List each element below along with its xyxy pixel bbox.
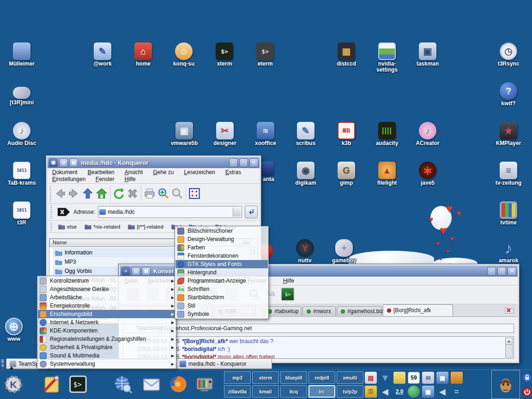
menu-item-kde-komponenten[interactable]: KDE-Komponenten	[38, 326, 175, 335]
sticky-button[interactable]	[59, 158, 68, 167]
desktop-icon-gimp[interactable]: gimp	[326, 162, 367, 186]
forward-icon[interactable]	[67, 187, 81, 200]
desktop-icon-taskman[interactable]: taskman	[407, 42, 448, 67]
tab-nworx[interactable]: #nworx	[302, 306, 336, 316]
menu-extras[interactable]: Extras	[225, 169, 241, 175]
menu-item-regionaleinstellungen[interactable]: Regionaleinstellungen & Zugangshilfen	[38, 335, 175, 343]
menu-hilfe[interactable]: Hilfe	[283, 278, 294, 284]
tv-launcher[interactable]	[194, 374, 215, 395]
submenu-item-stil[interactable]: Stil	[175, 302, 268, 310]
version-indicator[interactable]: 2.0	[393, 386, 405, 398]
logout-button[interactable]	[522, 387, 532, 399]
menu-hilfe[interactable]: Hilfe	[125, 176, 136, 182]
konsole-launcher[interactable]: $>	[67, 374, 89, 395]
minimize-button[interactable]	[487, 267, 496, 276]
close-tab-icon[interactable]	[505, 306, 514, 314]
settings-launcher[interactable]	[41, 374, 62, 395]
desktop-icon-vmware5b[interactable]: vmware5b	[163, 122, 205, 146]
clear-address-icon[interactable]	[57, 207, 71, 217]
download-arrow-icon[interactable]	[379, 372, 391, 384]
address-dropdown-button[interactable]	[233, 207, 241, 217]
desktop-icon-nuttv[interactable]: nuttv	[284, 239, 326, 264]
network-monitor-icon-2[interactable]	[422, 386, 434, 398]
desktop-icon-scribus[interactable]: scribus	[285, 122, 326, 146]
menu-bearbeiten[interactable]: Bearbeiten	[88, 169, 115, 175]
pager-desktop-mp3[interactable]: mp3	[224, 371, 251, 384]
shade-button[interactable]	[142, 267, 151, 276]
doom-face-applet[interactable]	[491, 370, 520, 399]
maximize-button[interactable]	[239, 158, 248, 167]
close-button[interactable]	[508, 267, 516, 276]
menu-fenster[interactable]: Fenster	[96, 176, 115, 182]
submenu-item-hintergrund[interactable]: Hintergrund	[175, 268, 268, 277]
desktop-icon-kwtf[interactable]: kwtf?	[488, 82, 529, 107]
bookmark-folder-else[interactable]: else	[58, 224, 79, 230]
ball-icon[interactable]	[408, 386, 420, 398]
kmix-speaker-icon[interactable]	[379, 386, 391, 398]
scrollbar[interactable]	[505, 345, 513, 357]
pager-desktop-bluepill[interactable]: bluepill	[280, 371, 307, 384]
network-monitor-icon[interactable]	[436, 372, 448, 384]
kmail-launcher[interactable]	[141, 374, 162, 395]
toolbar-handle[interactable]	[50, 222, 52, 231]
menu-item-angeschlossene-geraete[interactable]: Angeschlossene Geräte	[38, 285, 175, 293]
desktop-icon-eterm[interactable]: eterm	[244, 42, 286, 67]
address-combobox[interactable]: media:/hdc	[98, 206, 242, 218]
kgpg-key-icon[interactable]	[365, 386, 377, 398]
menu-dokument[interactable]: Dokument	[52, 169, 78, 175]
pager-desktop-tvp2p[interactable]: tv/p2p	[337, 385, 363, 398]
desktop-icon-xooffice[interactable]: xooffice	[245, 122, 286, 146]
submenu-item-bildschirmschoner[interactable]: Bildschirmschoner	[175, 227, 268, 235]
knotes-icon[interactable]	[393, 372, 405, 384]
menu-einstellungen[interactable]: Einstellungen	[52, 176, 85, 182]
submenu-item-programmstart[interactable]: Programmstart-Anzeige	[175, 277, 268, 285]
desktop-icon-gameboy[interactable]: gameboy	[323, 239, 365, 264]
menu-gehezu[interactable]: Gehe zu	[153, 169, 174, 175]
konversation-tray-icon[interactable]	[451, 386, 463, 398]
desktop-icon-acreator[interactable]: ACreator	[407, 122, 448, 146]
kmenu-button[interactable]: K	[3, 374, 24, 395]
chat-view[interactable]: [2005-03-14 19:5*[Borg]Richi_afk* wer br…	[123, 336, 514, 359]
menu-item-energiekontrolle[interactable]: Energiekontrolle	[38, 302, 175, 310]
pager-desktop-irc-active[interactable]: irc	[308, 385, 335, 398]
minimize-button[interactable]	[229, 158, 238, 167]
toolbar-handle[interactable]	[49, 185, 51, 202]
menu-item-sound-multimedia[interactable]: Sound & Multimedia	[38, 351, 175, 360]
bookmark-folder-t-related[interactable]: [t**]-related	[128, 224, 165, 230]
mail-tray-icon[interactable]	[422, 372, 434, 384]
desktop-icon-tvtime[interactable]: tvtime	[488, 201, 529, 226]
go-button[interactable]	[245, 206, 258, 218]
desktop-icon-k3b[interactable]: k3b	[326, 122, 367, 146]
tab-tabsetup[interactable]: #tabsetup	[264, 306, 302, 316]
menu-item-erscheinungsbild[interactable]: Erscheinungsbild	[38, 310, 175, 318]
submenu-item-design-verwaltung[interactable]: Design-Verwaltung	[175, 235, 268, 243]
desktop-icon-t3rsync[interactable]: t3Rsync	[488, 42, 529, 67]
klipper-icon[interactable]	[365, 372, 377, 384]
topic-field[interactable]: TeamGH@Gamehost.Professional-Gaming.net	[123, 324, 514, 333]
menu-item-systemverwaltung[interactable]: Systemverwaltung	[38, 360, 175, 368]
pager-desktop-xmulti[interactable]: xmulti	[337, 371, 363, 384]
desktop-icon-jave5[interactable]: jave5	[407, 162, 448, 186]
stop-icon[interactable]	[126, 187, 139, 200]
maximize-button[interactable]	[497, 267, 506, 276]
print-icon[interactable]	[143, 187, 157, 200]
desktop-icon-filelight[interactable]: filelight	[366, 162, 408, 186]
up-icon[interactable]	[81, 187, 95, 200]
desktop-icon-tv-zeitung[interactable]: tv-zeitung	[488, 162, 529, 186]
desktop-icon-home[interactable]: home	[122, 42, 164, 67]
menu-lesezeichen[interactable]: Lesezeichen	[184, 169, 215, 175]
desktop-icon-xterm[interactable]: xterm	[204, 42, 245, 67]
submenu-item-schriften[interactable]: AaSchriften	[175, 285, 268, 293]
desktop-icon-designer[interactable]: designer	[204, 122, 246, 146]
reload-icon[interactable]	[112, 187, 126, 200]
guide-icon[interactable]	[451, 372, 463, 384]
close-button[interactable]	[249, 158, 258, 167]
desktop-icon-kmplayer[interactable]: KMPlayer	[488, 122, 529, 146]
desktop-icon-t3r[interactable]: t3R	[1, 201, 42, 226]
shade-button[interactable]	[69, 158, 78, 167]
desktop-icon-konq-su[interactable]: konq-su	[163, 42, 205, 67]
menu-item-sicherheit[interactable]: Sicherheit & Privatsphäre	[38, 343, 175, 351]
lock-session-button[interactable]	[522, 373, 532, 384]
pager-desktop-licq[interactable]: licq	[280, 385, 307, 398]
firefox-launcher[interactable]	[167, 374, 188, 395]
